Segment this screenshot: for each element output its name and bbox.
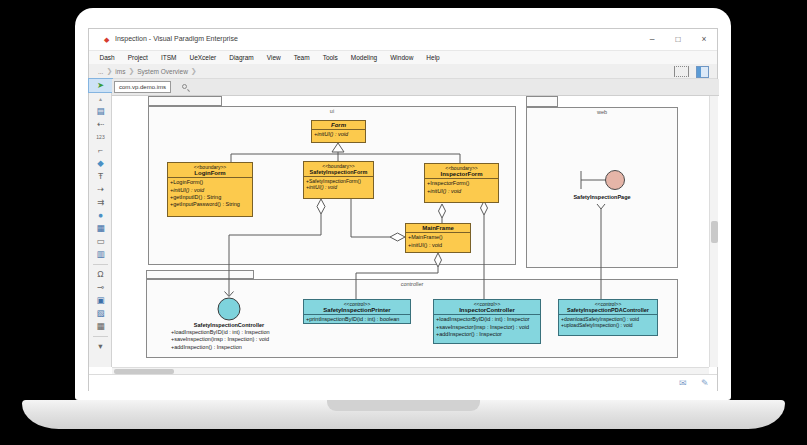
close-button[interactable]: × [697,34,711,44]
boundary-safetyinspectionpage-label[interactable]: SafetyInspectionPage [562,194,642,200]
operation: +uploadSafetyInspection() : void [561,322,655,329]
class-name: InspectorForm [425,171,498,178]
constraint-tool[interactable]: Ω [89,268,112,281]
app-window: ◆ Inspection - Visual Paradigm Enterpris… [88,28,718,391]
more-tools-arrow[interactable]: ▾ [89,340,112,353]
package-tool[interactable]: ▦ [89,222,112,235]
pin-tool[interactable]: ⊸ [89,281,112,294]
operation: +initUI() : void [170,187,250,194]
operation: +saveInspection(insp : Inspection) : voi… [171,336,306,343]
folder-tool[interactable]: ▣ [89,294,112,307]
class-safetyinspectionpdacontroller[interactable]: <<control>> SafetyInspectionPDAControlle… [558,299,658,336]
minimize-button[interactable]: – [645,34,659,44]
app-logo-icon: ◆ [104,36,109,44]
document-tab-bar: com.vp.demo.ims [112,79,719,96]
chart-tool[interactable]: ▧ [89,307,112,320]
class-name: SafetyInspectionForm [304,169,373,176]
vertical-scrollbar[interactable] [709,96,718,367]
mail-icon[interactable]: ✉ [679,378,687,388]
operation: +InspectorForm() [427,180,496,187]
breadcrumb-ims[interactable]: ims [112,68,128,75]
class-name: Form [312,122,365,129]
window-title: Inspection - Visual Paradigm Enterprise [115,35,238,42]
association-tool[interactable]: ⇠ [89,118,112,131]
menu-modeling[interactable]: Modeling [344,54,383,61]
operation: +getInputID() : String [170,194,250,201]
laptop-screen-bezel: ◆ Inspection - Visual Paradigm Enterpris… [75,8,731,400]
vertical-scrollbar-thumb[interactable] [711,221,718,243]
operation: +MainFrame() [408,234,468,241]
dependency-tool[interactable]: ⇢ [89,183,112,196]
palette-divider [93,336,108,337]
class-loginform[interactable]: <<boundary>> LoginForm +LoginForm() +ini… [167,162,253,217]
polyline-tool[interactable]: ⌐ [89,144,112,157]
laptop-base-notch [327,400,480,411]
class-form[interactable]: Form +initUI() : void [311,120,366,143]
operation: +initUI() : void [314,131,363,138]
fit-to-window-icon[interactable] [674,66,689,77]
title-bar: ◆ Inspection - Visual Paradigm Enterpris… [89,29,717,51]
breadcrumb-system-overview[interactable]: System Overview [134,68,191,75]
pointer-tool[interactable]: ➤ [89,79,112,92]
anchor-tool[interactable]: Ŧ [89,170,112,183]
menu-tools[interactable]: Tools [316,54,344,61]
class-mainframe[interactable]: MainFrame +MainFrame() +initUI() : void [405,223,471,253]
table-tool[interactable]: ▦ [89,320,112,333]
class-name: InspectorController [434,307,540,314]
menu-diagram[interactable]: Diagram [223,54,261,61]
breadcrumb: ... ❯ ims ❯ System Overview ❯ [89,64,717,79]
breadcrumb-ellipsis[interactable]: ... [95,68,106,75]
operation: +initUI() : void [427,188,496,195]
layout-panel-icon[interactable] [696,66,709,78]
maximize-button[interactable]: □ [671,34,685,44]
operation: +SafetyInspectionForm() [306,178,371,185]
laptop-mockup: ◆ Inspection - Visual Paradigm Enterpris… [0,0,807,445]
operation: +addInspector() : Inspector [436,331,538,338]
status-bar: ✉ ✎ [89,374,717,391]
collapse-arrow-icon[interactable]: ▴ [89,92,112,105]
horizontal-scrollbar[interactable] [112,367,709,374]
flow-tool[interactable]: ⇉ [89,196,112,209]
menu-help[interactable]: Help [420,54,446,61]
multiplicity-tool[interactable]: 123 [89,131,112,144]
decision-tool[interactable]: ◆ [89,157,112,170]
class-safetyinspectionprinter[interactable]: <<control>> SafetyInspectionPrinter +pri… [303,299,411,324]
note-tool[interactable]: ▥ [89,248,112,261]
operation: +downloadSafetyInspection() : void [561,316,655,323]
class-name: MainFrame [406,225,470,232]
menu-itsm[interactable]: ITSM [154,54,183,61]
zoom-search-icon-handle [187,89,190,92]
class-inspectorform[interactable]: <<boundary>> InspectorForm +InspectorFor… [424,163,499,203]
menu-window[interactable]: Window [384,54,420,61]
edit-note-icon[interactable]: ✎ [701,378,709,388]
menu-bar: Dash Project ITSM UeXceler Diagram View … [89,51,717,64]
oval-tool[interactable]: ● [89,209,112,222]
class-name: SafetyInspectionPDAController [559,307,657,314]
menu-project[interactable]: Project [121,54,154,61]
diagram-tool-palette: ➤ ▴ ▤ ⇠ 123 ⌐ ◆ Ŧ ⇢ ⇉ ● ▦ ▭ ▥ Ω ⊸ ▣ ▧ ▦ [89,79,112,367]
chevron-right-icon: ❯ [191,67,197,75]
class-name: SafetyInspectionPrinter [304,307,410,314]
zoom-search-icon[interactable] [182,84,187,89]
operation: +loadInspectorByID(id : int) : Inspector [436,316,538,323]
control-safetyinspectioncontroller-operations: +loadInspectionByID(id : int) : Inspecti… [171,329,306,351]
operation: +saveInspector(insp : Inspector) : void [436,324,538,331]
operation: +initUI() : void [408,242,468,249]
class-safetyinspectionform[interactable]: <<boundary>> SafetyInspectionForm +Safet… [303,161,374,199]
operation: +initUI() : void [306,184,371,191]
diagram-canvas[interactable]: ui web controller [112,96,709,367]
frame-tool[interactable]: ▭ [89,235,112,248]
operation: +printInspectionByID(id : int) : boolean [306,316,408,323]
menu-team[interactable]: Team [287,54,316,61]
control-safetyinspectioncontroller-label[interactable]: SafetyInspectionController [169,322,289,328]
operation: +getInputPassword() : String [170,201,250,208]
laptop-base [22,400,785,429]
menu-uexceler[interactable]: UeXceler [183,54,223,61]
palette-divider [93,264,108,265]
operation: +addInspection() : Inspection [171,344,306,351]
menu-view[interactable]: View [260,54,287,61]
tab-com-vp-demo-ims[interactable]: com.vp.demo.ims [114,81,171,93]
class-inspectorcontroller[interactable]: <<control>> InspectorController +loadIns… [433,299,541,344]
menu-dash[interactable]: Dash [93,54,121,61]
class-tool[interactable]: ▤ [89,105,112,118]
